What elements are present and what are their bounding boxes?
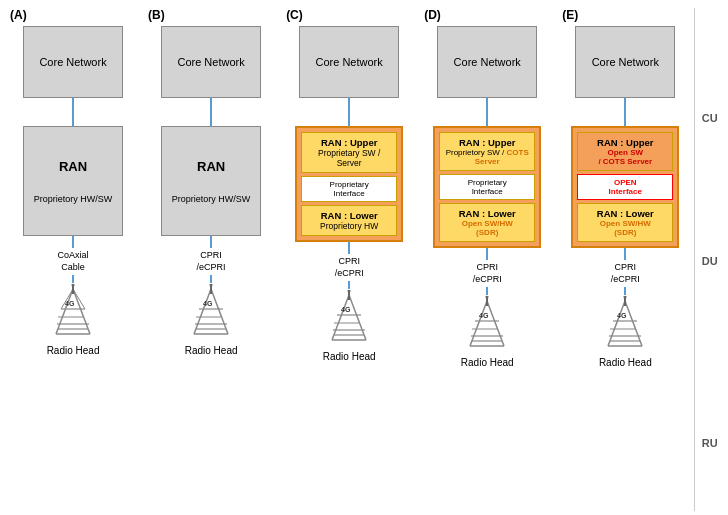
svg-text:4G: 4G <box>617 312 627 319</box>
ran-upper-e-desc: Open SW/ COTS Server <box>581 148 669 166</box>
radio-label-d: Radio Head <box>461 357 514 368</box>
svg-text:4G: 4G <box>65 300 75 307</box>
tower-a: 4G <box>43 283 103 343</box>
interface-e-label: OPENInterface <box>580 178 670 196</box>
svg-point-10 <box>71 284 74 287</box>
connector-line-a-top <box>72 98 74 126</box>
core-network-c: Core Network <box>299 26 399 98</box>
tower-b: 4G <box>181 283 241 343</box>
svg-line-43 <box>625 301 642 346</box>
ran-upper-c: RAN : Upper Proprietary SW / Server <box>301 132 397 173</box>
ran-upper-e-highlight: Open SW/ COTS Server <box>598 148 652 166</box>
column-b: (B) Core Network RAN Proprietory HW/SW C… <box>142 8 280 511</box>
tower-svg-b: 4G <box>184 284 239 342</box>
ran-lower-c: RAN : Lower Proprietory HW <box>301 205 397 236</box>
interface-d: ProprietaryInterface <box>439 174 535 200</box>
interface-c: ProprietaryInterface <box>301 176 397 202</box>
connector-text-c: CPRI/eCPRI <box>335 256 364 279</box>
ran-upper-e-title: RAN : Upper <box>581 137 669 148</box>
svg-line-12 <box>194 289 211 334</box>
column-a: (A) Core Network RAN Proprietory HW/SW C… <box>4 8 142 511</box>
core-network-a: Core Network <box>23 26 123 98</box>
connector-v-d <box>486 248 488 260</box>
tower-d: 4G <box>457 295 517 355</box>
svg-line-33 <box>487 301 504 346</box>
ran-upper-d: RAN : Upper Proprietory SW / COTS Server <box>439 132 535 171</box>
column-d: (D) Core Network RAN : Upper Proprietory… <box>418 8 556 511</box>
ran-upper-c-title: RAN : Upper <box>305 137 393 148</box>
svg-line-22 <box>332 295 349 340</box>
ru-label: RU <box>702 437 718 449</box>
connector-v-a <box>72 236 74 248</box>
connector-text-b: CPRI/eCPRI <box>197 250 226 273</box>
svg-line-42 <box>608 301 625 346</box>
du-label: DU <box>702 255 718 267</box>
svg-line-32 <box>470 301 487 346</box>
col-c-label: (C) <box>280 8 303 22</box>
ran-lower-e-highlight: Open SW/HW(SDR) <box>600 219 651 237</box>
connector-v2-a <box>72 275 74 283</box>
col-d-label: (D) <box>418 8 441 22</box>
ran-label-b: RAN <box>197 159 225 174</box>
ran-upper-d-title: RAN : Upper <box>443 137 531 148</box>
interface-e: OPENInterface <box>577 174 673 200</box>
tower-svg-a: 4G <box>46 284 101 342</box>
connector-line-b-top <box>210 98 212 126</box>
col-a-label: (A) <box>4 8 27 22</box>
svg-point-20 <box>209 284 212 287</box>
ran-label-a: RAN <box>59 159 87 174</box>
side-labels-column: CU DU RU <box>694 8 724 511</box>
svg-text:4G: 4G <box>341 306 351 313</box>
ran-lower-d-highlight: Open SW/HW(SDR) <box>462 219 513 237</box>
ran-upper-d-desc: Proprietory SW / COTS Server <box>443 148 531 166</box>
ran-lower-d-title: RAN : Lower <box>443 208 531 219</box>
ran-upper-e: RAN : Upper Open SW/ COTS Server <box>577 132 673 171</box>
interface-c-label: ProprietaryInterface <box>304 180 394 198</box>
ran-sublabel-a: Proprietory HW/SW <box>34 194 113 204</box>
connector-line-d-top <box>486 98 488 126</box>
ran-lower-c-title: RAN : Lower <box>305 210 393 221</box>
ran-lower-e: RAN : Lower Open SW/HW(SDR) <box>577 203 673 242</box>
ran-lower-d-desc: Open SW/HW(SDR) <box>443 219 531 237</box>
ran-split-e: RAN : Upper Open SW/ COTS Server OPENInt… <box>571 126 679 248</box>
ran-lower-d: RAN : Lower Open SW/HW(SDR) <box>439 203 535 242</box>
interface-d-label: ProprietaryInterface <box>442 178 532 196</box>
core-network-e: Core Network <box>575 26 675 98</box>
tower-e: 4G <box>595 295 655 355</box>
connector-v2-b <box>210 275 212 283</box>
connector-v2-d <box>486 287 488 295</box>
ran-box-a: RAN Proprietory HW/SW <box>23 126 123 236</box>
column-c: (C) Core Network RAN : Upper Proprietary… <box>280 8 418 511</box>
svg-point-40 <box>485 296 488 299</box>
col-b-label: (B) <box>142 8 165 22</box>
tower-svg-e: 4G <box>598 296 653 354</box>
column-e: (E) Core Network RAN : Upper Open SW/ CO… <box>556 8 694 511</box>
ran-split-d: RAN : Upper Proprietory SW / COTS Server… <box>433 126 541 248</box>
col-e-label: (E) <box>556 8 578 22</box>
ran-lower-e-desc: Open SW/HW(SDR) <box>581 219 669 237</box>
connector-v-e <box>624 248 626 260</box>
ran-sublabel-b: Proprietory HW/SW <box>172 194 251 204</box>
radio-label-e: Radio Head <box>599 357 652 368</box>
connector-line-c-top <box>348 98 350 126</box>
connector-text-d: CPRI/eCPRI <box>473 262 502 285</box>
ran-upper-d-highlight: COTS Server <box>475 148 529 166</box>
tower-c: 4G <box>319 289 379 349</box>
connector-v-b <box>210 236 212 248</box>
svg-line-0 <box>56 289 73 334</box>
ran-lower-c-desc: Proprietory HW <box>305 221 393 231</box>
connector-v-c <box>348 242 350 254</box>
svg-point-50 <box>623 296 626 299</box>
connector-text-a: CoAxialCable <box>58 250 89 273</box>
tower-svg-d: 4G <box>460 296 515 354</box>
main-columns: (A) Core Network RAN Proprietory HW/SW C… <box>4 8 694 511</box>
diagram-container: (A) Core Network RAN Proprietory HW/SW C… <box>0 0 728 515</box>
tower-svg-c: 4G <box>322 290 377 348</box>
radio-label-a: Radio Head <box>47 345 100 356</box>
ran-split-c: RAN : Upper Proprietary SW / Server Prop… <box>295 126 403 242</box>
connector-line-e-top <box>624 98 626 126</box>
svg-text:4G: 4G <box>203 300 213 307</box>
core-network-d: Core Network <box>437 26 537 98</box>
ran-lower-e-title: RAN : Lower <box>581 208 669 219</box>
svg-text:4G: 4G <box>479 312 489 319</box>
